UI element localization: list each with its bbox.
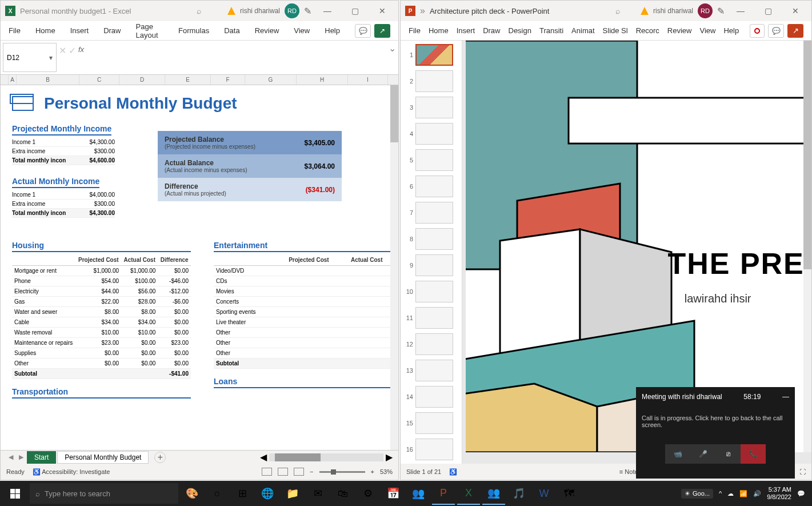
tab-home[interactable]: Home xyxy=(429,26,449,35)
tab-formulas[interactable]: Formulas xyxy=(178,26,209,35)
mic-button[interactable]: 🎤 xyxy=(690,444,715,464)
slide-counter[interactable]: Slide 1 of 21 xyxy=(406,468,441,475)
table-row[interactable]: Mortgage or rent$1,000.00$1,000.00$0.00 xyxy=(12,266,191,276)
record-button[interactable] xyxy=(750,24,765,38)
status-accessibility[interactable]: ♿ Accessibility: Investigate xyxy=(33,468,110,476)
task-view-icon[interactable]: ⊞ xyxy=(231,482,254,505)
search-icon[interactable]: ⌕ xyxy=(197,6,201,15)
table-row[interactable]: Cable$34.00$34.00$0.00 xyxy=(12,317,191,328)
user-avatar[interactable]: RD xyxy=(285,3,299,18)
zoom-out-button[interactable]: − xyxy=(310,468,313,475)
scroll-left-icon[interactable]: ◀ xyxy=(260,452,267,463)
slide-thumbnail[interactable]: 16 xyxy=(403,439,459,460)
sheet-tab-start[interactable]: Start xyxy=(27,451,56,464)
formula-input[interactable] xyxy=(89,43,384,72)
volume-icon[interactable]: 🔊 xyxy=(753,490,761,497)
table-row[interactable]: Electricity$44.00$56.00-$12.00 xyxy=(12,286,191,297)
close-button[interactable]: ✕ xyxy=(371,2,394,19)
table-row[interactable]: Other xyxy=(214,328,393,338)
close-button[interactable]: ✕ xyxy=(784,2,807,19)
more-icon[interactable]: » xyxy=(420,6,425,16)
tab-file[interactable]: File xyxy=(9,26,21,35)
clock[interactable]: 5:37 AM 9/8/2022 xyxy=(767,486,791,501)
pen-icon[interactable]: ✎ xyxy=(717,6,725,17)
select-all-corner[interactable] xyxy=(1,75,9,85)
sheet-tab-budget[interactable]: Personal Monthly Budget xyxy=(57,451,149,464)
cancel-icon[interactable]: ✕ xyxy=(59,45,66,56)
notifications-icon[interactable]: 💬 xyxy=(797,490,805,497)
minimize-button[interactable]: — xyxy=(729,2,752,19)
table-row[interactable]: Other xyxy=(214,348,393,358)
slide-thumbnail[interactable]: 5 xyxy=(403,149,459,171)
table-row[interactable]: CDs xyxy=(214,276,393,286)
slide-subtitle[interactable]: lawirahd ihsir xyxy=(685,292,751,305)
tab-review[interactable]: Review xyxy=(667,26,692,35)
slide-thumbnail[interactable]: 1 xyxy=(403,44,459,66)
slide-thumbnail[interactable]: 13 xyxy=(403,360,459,381)
slide-thumbnail[interactable]: 12 xyxy=(403,333,459,355)
scroll-right-icon[interactable]: ▶ xyxy=(386,452,393,463)
ppt-vertical-scrollbar[interactable] xyxy=(803,41,811,452)
slide-thumbnail[interactable]: 8 xyxy=(403,228,459,250)
zoom-level[interactable]: 53% xyxy=(380,468,393,475)
mail-icon[interactable]: ✉ xyxy=(306,482,329,505)
confirm-icon[interactable]: ✓ xyxy=(69,45,76,56)
tab-transitions[interactable]: Transiti xyxy=(539,26,563,35)
share-button[interactable]: ↗ xyxy=(374,24,390,38)
taskbar-search[interactable]: ⌕ Type here to search xyxy=(30,483,178,504)
teams-call-popup[interactable]: Meeting with rishi dhariwal 58:19 — Call… xyxy=(636,387,795,479)
sheet-nav-next[interactable]: ▶ xyxy=(17,453,26,461)
tray-expand-icon[interactable]: ^ xyxy=(719,490,722,497)
table-row[interactable]: Live theater xyxy=(214,317,393,328)
comments-button[interactable]: 💬 xyxy=(768,24,784,38)
teams-icon[interactable]: 👥 xyxy=(407,482,430,505)
tab-draw[interactable]: Draw xyxy=(483,26,500,35)
slide-thumbnail[interactable]: 10 xyxy=(403,281,459,302)
table-row[interactable]: Movies xyxy=(214,286,393,297)
slide-thumbnail[interactable]: 4 xyxy=(403,123,459,145)
maximize-button[interactable]: ▢ xyxy=(343,2,366,19)
table-row[interactable]: Supplies$0.00$0.00$0.00 xyxy=(12,348,191,358)
tab-draw[interactable]: Draw xyxy=(103,26,121,35)
fx-icon[interactable]: fx xyxy=(78,45,84,54)
table-row[interactable]: Other xyxy=(214,338,393,348)
tab-home[interactable]: Home xyxy=(35,26,55,35)
tab-design[interactable]: Design xyxy=(509,26,531,35)
slide-thumbnail[interactable]: 3 xyxy=(403,97,459,118)
table-row[interactable]: Gas$22.00$28.00-$6.00 xyxy=(12,297,191,307)
slide-thumbnails[interactable]: 1234567891011121314151617 xyxy=(401,41,462,466)
zoom-slider[interactable] xyxy=(319,471,365,473)
calendar-icon[interactable]: 📅 xyxy=(382,482,405,505)
slide-thumbnail[interactable]: 14 xyxy=(403,386,459,408)
edge-icon[interactable]: 🌐 xyxy=(256,482,279,505)
chevron-down-icon[interactable]: ▾ xyxy=(49,54,53,62)
tab-view[interactable]: View xyxy=(699,26,715,35)
name-box[interactable]: D12 ▾ xyxy=(3,43,57,72)
camera-button[interactable]: 📹 xyxy=(665,444,690,464)
tab-record[interactable]: Recorc xyxy=(636,26,659,35)
user-name[interactable]: rishi dhariwal xyxy=(240,7,280,15)
maps-icon[interactable]: 🗺 xyxy=(558,482,581,505)
tab-page-layout[interactable]: Page Layout xyxy=(136,22,164,39)
share-button[interactable]: ↗ xyxy=(787,24,803,38)
expand-formula-icon[interactable]: ⌄ xyxy=(386,41,398,74)
user-name[interactable]: rishi dhariwal xyxy=(653,7,693,15)
hangup-button[interactable]: 📞 xyxy=(741,444,766,464)
add-sheet-button[interactable]: + xyxy=(154,452,166,463)
minimize-button[interactable]: — xyxy=(316,2,339,19)
news-icon[interactable]: 🎨 xyxy=(181,482,203,505)
minimize-icon[interactable]: — xyxy=(782,393,789,401)
explorer-icon[interactable]: 📁 xyxy=(281,482,304,505)
tab-help[interactable]: Help xyxy=(325,26,340,35)
sheet-nav-prev[interactable]: ◀ xyxy=(6,453,15,461)
powerpoint-taskbar-icon[interactable]: P xyxy=(432,482,455,505)
page-break-button[interactable] xyxy=(294,468,304,476)
table-row[interactable]: Concerts xyxy=(214,297,393,307)
table-row[interactable]: Sporting events xyxy=(214,307,393,317)
tab-data[interactable]: Data xyxy=(224,26,239,35)
table-row[interactable]: Phone$54.00$100.00-$46.00 xyxy=(12,276,191,286)
table-row[interactable]: Video/DVD xyxy=(214,266,393,276)
tab-review[interactable]: Review xyxy=(255,26,279,35)
share-screen-button[interactable]: ⎚ xyxy=(715,444,741,464)
cortana-icon[interactable]: ○ xyxy=(206,482,229,505)
